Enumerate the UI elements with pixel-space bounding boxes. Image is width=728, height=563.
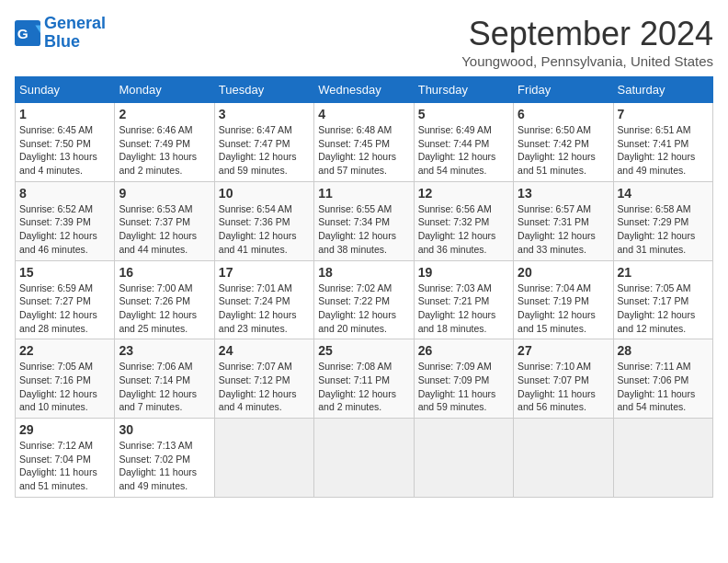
day-number: 30 [119, 422, 210, 437]
calendar-cell: 6Sunrise: 6:50 AMSunset: 7:42 PMDaylight… [514, 103, 613, 182]
day-info: Sunrise: 7:06 AMSunset: 7:14 PMDaylight:… [119, 360, 210, 414]
calendar-cell: 9Sunrise: 6:53 AMSunset: 7:37 PMDaylight… [115, 181, 214, 260]
day-info: Sunrise: 7:03 AMSunset: 7:21 PMDaylight:… [418, 282, 509, 336]
calendar-cell: 5Sunrise: 6:49 AMSunset: 7:44 PMDaylight… [414, 103, 513, 182]
day-number: 24 [219, 343, 310, 358]
day-info: Sunrise: 7:00 AMSunset: 7:26 PMDaylight:… [119, 282, 210, 336]
calendar-cell: 3Sunrise: 6:47 AMSunset: 7:47 PMDaylight… [214, 103, 313, 182]
calendar-cell [613, 419, 712, 498]
day-number: 26 [418, 343, 509, 358]
calendar-cell [514, 419, 613, 498]
calendar-header-thursday: Thursday [414, 77, 513, 103]
day-number: 18 [318, 265, 409, 280]
day-number: 16 [119, 265, 210, 280]
calendar-cell: 18Sunrise: 7:02 AMSunset: 7:22 PMDayligh… [314, 260, 414, 339]
day-info: Sunrise: 6:49 AMSunset: 7:44 PMDaylight:… [418, 123, 509, 178]
calendar-week-1: 1Sunrise: 6:45 AMSunset: 7:50 PMDaylight… [16, 103, 713, 182]
day-info: Sunrise: 6:47 AMSunset: 7:47 PMDaylight:… [219, 123, 310, 178]
day-number: 8 [19, 186, 110, 201]
calendar-header-tuesday: Tuesday [214, 77, 313, 103]
calendar-cell: 10Sunrise: 6:54 AMSunset: 7:36 PMDayligh… [214, 181, 313, 260]
calendar-cell: 24Sunrise: 7:07 AMSunset: 7:12 PMDayligh… [214, 339, 313, 419]
calendar-cell: 15Sunrise: 6:59 AMSunset: 7:27 PMDayligh… [16, 260, 115, 339]
day-info: Sunrise: 6:45 AMSunset: 7:50 PMDaylight:… [19, 123, 110, 178]
day-info: Sunrise: 7:05 AMSunset: 7:16 PMDaylight:… [19, 360, 110, 414]
day-number: 1 [19, 107, 110, 121]
day-info: Sunrise: 6:56 AMSunset: 7:32 PMDaylight:… [418, 202, 509, 257]
calendar-cell: 13Sunrise: 6:57 AMSunset: 7:31 PMDayligh… [514, 181, 613, 260]
logo: G General Blue [15, 15, 106, 52]
calendar-cell [214, 419, 313, 498]
day-number: 11 [318, 186, 409, 201]
day-number: 23 [119, 343, 210, 358]
calendar-header-wednesday: Wednesday [314, 77, 414, 103]
calendar-cell: 1Sunrise: 6:45 AMSunset: 7:50 PMDaylight… [16, 103, 115, 182]
calendar-cell: 14Sunrise: 6:58 AMSunset: 7:29 PMDayligh… [613, 181, 712, 260]
calendar-cell: 28Sunrise: 7:11 AMSunset: 7:06 PMDayligh… [613, 339, 712, 419]
day-number: 15 [19, 265, 110, 280]
day-number: 17 [219, 265, 310, 280]
day-number: 5 [418, 107, 509, 121]
calendar-cell: 26Sunrise: 7:09 AMSunset: 7:09 PMDayligh… [414, 339, 513, 419]
calendar-header-sunday: Sunday [16, 77, 115, 103]
calendar-cell: 27Sunrise: 7:10 AMSunset: 7:07 PMDayligh… [514, 339, 613, 419]
day-info: Sunrise: 6:53 AMSunset: 7:37 PMDaylight:… [119, 202, 210, 257]
day-info: Sunrise: 6:59 AMSunset: 7:27 PMDaylight:… [19, 282, 110, 336]
day-number: 25 [318, 343, 409, 358]
day-number: 28 [618, 343, 709, 358]
day-info: Sunrise: 7:02 AMSunset: 7:22 PMDaylight:… [318, 282, 409, 336]
calendar-week-5: 29Sunrise: 7:12 AMSunset: 7:04 PMDayligh… [16, 419, 713, 498]
day-info: Sunrise: 6:46 AMSunset: 7:49 PMDaylight:… [119, 123, 210, 178]
calendar-cell: 17Sunrise: 7:01 AMSunset: 7:24 PMDayligh… [214, 260, 313, 339]
day-number: 12 [418, 186, 509, 201]
calendar-header-saturday: Saturday [613, 77, 712, 103]
calendar-table: SundayMondayTuesdayWednesdayThursdayFrid… [15, 76, 713, 498]
calendar-week-2: 8Sunrise: 6:52 AMSunset: 7:39 PMDaylight… [16, 181, 713, 260]
calendar-cell: 23Sunrise: 7:06 AMSunset: 7:14 PMDayligh… [115, 339, 214, 419]
day-info: Sunrise: 6:55 AMSunset: 7:34 PMDaylight:… [318, 202, 409, 257]
calendar-cell: 11Sunrise: 6:55 AMSunset: 7:34 PMDayligh… [314, 181, 414, 260]
day-info: Sunrise: 7:11 AMSunset: 7:06 PMDaylight:… [618, 360, 709, 414]
day-info: Sunrise: 7:01 AMSunset: 7:24 PMDaylight:… [219, 282, 310, 336]
calendar-cell: 12Sunrise: 6:56 AMSunset: 7:32 PMDayligh… [414, 181, 513, 260]
calendar-cell: 29Sunrise: 7:12 AMSunset: 7:04 PMDayligh… [16, 419, 115, 498]
day-number: 14 [618, 186, 709, 201]
day-info: Sunrise: 6:58 AMSunset: 7:29 PMDaylight:… [618, 202, 709, 257]
logo-line2: Blue [44, 32, 80, 51]
day-info: Sunrise: 6:51 AMSunset: 7:41 PMDaylight:… [618, 123, 709, 178]
calendar-cell: 20Sunrise: 7:04 AMSunset: 7:19 PMDayligh… [514, 260, 613, 339]
day-number: 19 [418, 265, 509, 280]
day-info: Sunrise: 6:52 AMSunset: 7:39 PMDaylight:… [19, 202, 110, 257]
month-title: September 2024 [461, 15, 713, 53]
calendar-cell: 16Sunrise: 7:00 AMSunset: 7:26 PMDayligh… [115, 260, 214, 339]
day-info: Sunrise: 6:48 AMSunset: 7:45 PMDaylight:… [318, 123, 409, 178]
day-info: Sunrise: 6:57 AMSunset: 7:31 PMDaylight:… [518, 202, 609, 257]
day-number: 10 [219, 186, 310, 201]
day-number: 3 [219, 107, 310, 121]
calendar-cell: 22Sunrise: 7:05 AMSunset: 7:16 PMDayligh… [16, 339, 115, 419]
svg-text:G: G [17, 25, 28, 40]
day-number: 7 [618, 107, 709, 121]
day-info: Sunrise: 6:50 AMSunset: 7:42 PMDaylight:… [518, 123, 609, 178]
day-info: Sunrise: 7:05 AMSunset: 7:17 PMDaylight:… [618, 282, 709, 336]
calendar-week-3: 15Sunrise: 6:59 AMSunset: 7:27 PMDayligh… [16, 260, 713, 339]
day-number: 20 [518, 265, 609, 280]
title-area: September 2024 Youngwood, Pennsylvania, … [461, 15, 713, 69]
day-number: 29 [19, 422, 110, 437]
calendar-cell: 7Sunrise: 6:51 AMSunset: 7:41 PMDaylight… [613, 103, 712, 182]
day-info: Sunrise: 7:09 AMSunset: 7:09 PMDaylight:… [418, 360, 509, 414]
location-title: Youngwood, Pennsylvania, United States [461, 53, 713, 69]
calendar-header-row: SundayMondayTuesdayWednesdayThursdayFrid… [16, 77, 713, 103]
day-number: 4 [318, 107, 409, 121]
calendar-week-4: 22Sunrise: 7:05 AMSunset: 7:16 PMDayligh… [16, 339, 713, 419]
day-number: 6 [518, 107, 609, 121]
calendar-cell: 19Sunrise: 7:03 AMSunset: 7:21 PMDayligh… [414, 260, 513, 339]
logo-text: General Blue [44, 15, 106, 52]
page-header: G General Blue September 2024 Youngwood,… [15, 15, 713, 69]
calendar-cell: 4Sunrise: 6:48 AMSunset: 7:45 PMDaylight… [314, 103, 414, 182]
calendar-cell: 30Sunrise: 7:13 AMSunset: 7:02 PMDayligh… [115, 419, 214, 498]
day-info: Sunrise: 7:10 AMSunset: 7:07 PMDaylight:… [518, 360, 609, 414]
day-info: Sunrise: 7:13 AMSunset: 7:02 PMDaylight:… [119, 439, 210, 493]
day-number: 27 [518, 343, 609, 358]
day-info: Sunrise: 7:07 AMSunset: 7:12 PMDaylight:… [219, 360, 310, 414]
